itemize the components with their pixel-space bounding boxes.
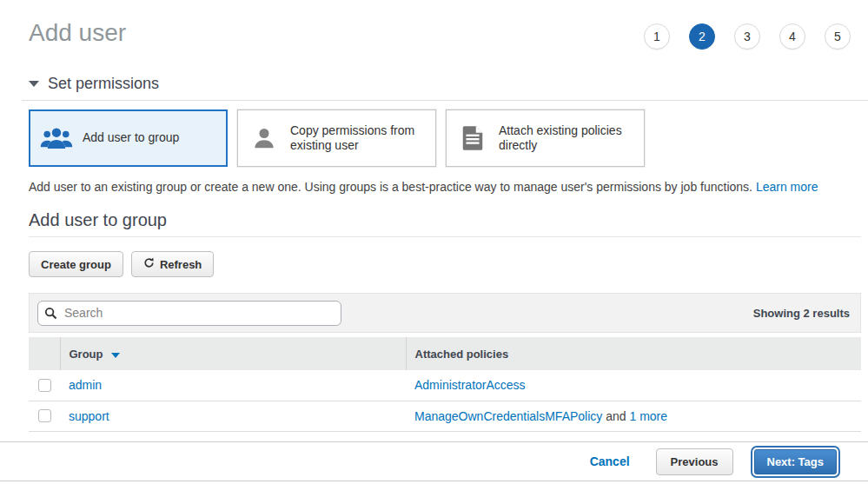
policy-link[interactable]: AdministratorAccess [414,378,526,392]
sort-desc-icon[interactable] [111,353,120,358]
learn-more-link[interactable]: Learn more [756,180,818,194]
groups-table: Group Attached policies admin Administra… [29,337,861,432]
search-input[interactable] [37,301,341,326]
option-add-user-to-group[interactable]: Add user to group [29,109,228,167]
group-section-title: Add user to group [29,210,861,230]
search-box [37,301,341,326]
set-permissions-label: Set permissions [48,75,159,93]
option-label: Add user to group [83,130,179,146]
results-count: Showing 2 results [753,307,850,320]
header-checkbox-cell [29,337,60,370]
groups-panel: Showing 2 results Group Attached policie… [29,293,861,432]
refresh-button[interactable]: Refresh [131,251,214,277]
table-row: admin AdministratorAccess [29,370,861,401]
row-checkbox[interactable] [38,379,51,392]
search-icon [44,307,57,323]
divider [29,236,861,237]
group-link[interactable]: admin [69,378,102,392]
group-toolbar: Create group Refresh [29,251,861,277]
header-attached-policies: Attached policies [406,337,861,370]
table-row: support ManageOwnCredentialsMFAPolicy an… [29,401,861,431]
option-attach-policies[interactable]: Attach existing policies directly [446,109,645,167]
user-icon [247,125,282,151]
policy-document-icon [455,125,490,151]
divider [22,100,868,101]
table-controls-bar: Showing 2 results [29,293,861,333]
description-text: Add user to an existing group or create … [29,180,752,194]
and-text: and [602,409,629,423]
policies-column-label: Attached policies [415,348,509,361]
page-title: Add user [29,19,861,47]
header-group: Group [60,337,406,370]
next-tags-button[interactable]: Next: Tags [754,449,838,474]
user-group-icon [39,125,74,151]
option-label: Attach existing policies directly [499,123,635,154]
set-permissions-header[interactable]: Set permissions [29,75,861,93]
wizard-footer: Cancel Previous Next: Tags [0,441,868,481]
policy-link[interactable]: ManageOwnCredentialsMFAPolicy [414,409,602,423]
option-label: Copy permissions from existing user [290,123,427,154]
create-group-label: Create group [41,258,111,271]
refresh-label: Refresh [160,258,202,271]
previous-button[interactable]: Previous [656,448,733,475]
table-header-row: Group Attached policies [29,337,861,370]
group-link[interactable]: support [69,409,109,423]
create-group-button[interactable]: Create group [29,251,123,277]
group-column-label: Group [70,348,103,361]
permission-option-cards: Add user to group Copy permissions from … [29,109,861,167]
refresh-icon [143,257,155,271]
row-checkbox[interactable] [38,409,51,422]
section-description: Add user to an existing group or create … [29,180,861,194]
option-copy-permissions[interactable]: Copy permissions from existing user [237,109,436,167]
more-policies-link[interactable]: 1 more [629,409,667,423]
collapse-caret-icon [29,81,39,87]
cancel-link[interactable]: Cancel [590,454,630,468]
